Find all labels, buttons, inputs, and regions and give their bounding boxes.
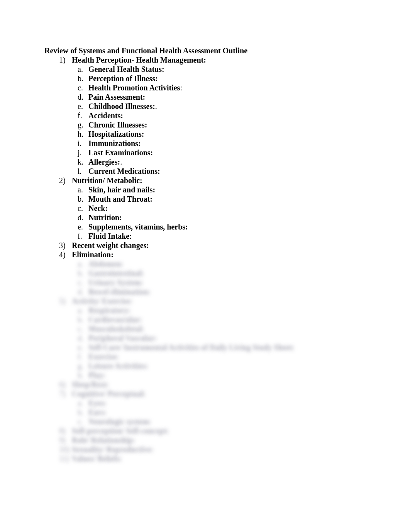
section-recent-weight: Recent weight changes: xyxy=(59,241,366,250)
section-label: Sexuality/ Reproductive: xyxy=(72,445,153,454)
list-item: Immunizations: xyxy=(78,139,366,148)
section-label: Elimination: xyxy=(72,250,114,259)
item-label: Accidents: xyxy=(88,111,123,120)
list-item: Health Promotion Activities: xyxy=(78,83,366,92)
section-label: Activity/ Exercise: xyxy=(72,297,132,305)
section-health-perception: Health Perception- Health Management: Ge… xyxy=(59,55,366,176)
section-label: Health Perception- Health Management: xyxy=(72,56,206,64)
section-label: Sleep/Rest: xyxy=(72,380,109,389)
item-label: Pain Assessment: xyxy=(88,93,145,101)
list-item: Neck: xyxy=(78,204,366,213)
list-item: Mouth and Throat: xyxy=(78,194,366,204)
section-label: Nutrition/ Metabolic: xyxy=(72,176,142,185)
item-label: Eyes: xyxy=(88,399,107,407)
list-item: Cardiovascular: xyxy=(78,315,366,324)
section-cognitive-perceptual: Cognitive/ Perceptual: Eyes: Ears: Neuro… xyxy=(59,389,366,426)
document-page: Review of Systems and Functional Health … xyxy=(0,0,410,532)
item-label: Chronic Illnesses: xyxy=(88,121,147,129)
item-label: Mouth and Throat: xyxy=(88,195,152,203)
item-label: Cardiovascular: xyxy=(88,315,142,324)
dot: . xyxy=(155,102,157,110)
list-item: Nutrition: xyxy=(78,213,366,222)
item-label: Ears: xyxy=(88,408,107,416)
item-label: Leisure Activities: xyxy=(88,362,148,370)
list-item: Musculoskeletal: xyxy=(78,324,366,333)
section-elimination: Elimination: Abdomen: Gastrointestinal: … xyxy=(59,250,366,296)
list-item: Gastrointestinal: xyxy=(78,269,366,278)
list-item: Eyes: xyxy=(78,398,366,408)
list-item: Peripheral Vascular: xyxy=(78,333,366,343)
list-item: Bowel elimination: xyxy=(78,287,366,296)
item-label: Musculoskeletal: xyxy=(88,325,144,333)
item-label: Allergies: xyxy=(88,158,120,166)
item-label: Abdomen: xyxy=(88,260,123,268)
item-label: Play: xyxy=(88,371,105,379)
item-label: Skin, hair and nails: xyxy=(88,185,155,194)
section-nutrition-metabolic: Nutrition/ Metabolic: Skin, hair and nai… xyxy=(59,176,366,241)
list-item: Supplements, vitamins, herbs: xyxy=(78,222,366,231)
section-values-beliefs: Values/ Beliefs: xyxy=(59,454,366,463)
list-item: Current Medications: xyxy=(78,167,366,176)
list-item: Ears: xyxy=(78,408,366,417)
item-label: Bowel elimination: xyxy=(88,287,151,296)
list-item: Pain Assessment: xyxy=(78,92,366,102)
list-item: Respiratory: xyxy=(78,306,366,315)
list-item: Self-Care/ Instrumental Activities of Da… xyxy=(78,343,366,352)
item-label: Immunizations: xyxy=(88,139,141,148)
section-label: Cognitive/ Perceptual: xyxy=(72,389,146,398)
section-label: Self-perception/ Self-concept: xyxy=(72,427,169,435)
list-item: Chronic Illnesses: xyxy=(78,120,366,129)
list-item: Childhood Illnesses:. xyxy=(78,102,366,111)
list-item: Neurologic system: xyxy=(78,417,366,426)
item-label: Urinary System: xyxy=(88,278,143,287)
list-item: General Health Status: xyxy=(78,65,366,74)
subsection-list-obscured: Eyes: Ears: Neurologic system: xyxy=(59,398,366,426)
list-item: Hospitalizations: xyxy=(78,129,366,139)
section-label: Values/ Beliefs: xyxy=(72,454,122,463)
section-self-perception: Self-perception/ Self-concept: xyxy=(59,426,366,435)
item-label: Exercise: xyxy=(88,352,119,361)
item-label: Current Medications: xyxy=(88,167,160,175)
item-label: Hospitalizations: xyxy=(88,130,144,138)
item-label: Neck: xyxy=(88,204,108,212)
list-item: Perception of Illness: xyxy=(78,74,366,83)
subsection-list-obscured: Abdomen: Gastrointestinal: Urinary Syste… xyxy=(59,259,366,296)
section-sexuality-reproductive: Sexuality/ Reproductive: xyxy=(59,445,366,454)
item-label: Health Promotion Activities xyxy=(88,83,180,92)
list-item: Exercise: xyxy=(78,352,366,361)
list-item: Fluid Intake: xyxy=(78,231,366,241)
list-item: Allergies:. xyxy=(78,157,366,167)
item-label: Respiratory: xyxy=(88,306,130,314)
list-item: Accidents: xyxy=(78,111,366,120)
item-label: Nutrition: xyxy=(88,213,122,222)
item-label: Childhood Illnesses: xyxy=(88,102,155,110)
page-title: Review of Systems and Functional Health … xyxy=(44,46,366,55)
dot: . xyxy=(120,158,122,166)
list-item: Leisure Activities: xyxy=(78,361,366,371)
section-sleep-rest: Sleep/Rest: xyxy=(59,380,366,389)
subsection-list-obscured: Respiratory: Cardiovascular: Musculoskel… xyxy=(59,306,366,380)
item-label: Supplements, vitamins, herbs: xyxy=(88,223,188,231)
item-label: General Health Status: xyxy=(88,65,164,73)
outline-list: Health Perception- Health Management: Ge… xyxy=(44,55,366,463)
section-label: Role/ Relationship: xyxy=(72,436,135,444)
section-label: Recent weight changes: xyxy=(72,241,149,250)
list-item: Urinary System: xyxy=(78,278,366,287)
item-label: Self-Care/ Instrumental Activities of Da… xyxy=(88,343,295,352)
section-activity-exercise: Activity/ Exercise: Respiratory: Cardiov… xyxy=(59,296,366,380)
list-item: Abdomen: xyxy=(78,259,366,269)
item-label: Fluid Intake xyxy=(88,232,129,240)
colon: : xyxy=(180,83,182,92)
section-role-relationship: Role/ Relationship: xyxy=(59,435,366,445)
item-label: Peripheral Vascular: xyxy=(88,334,157,342)
subsection-list: Skin, hair and nails: Mouth and Throat: … xyxy=(59,185,366,241)
item-label: Gastrointestinal: xyxy=(88,269,144,277)
colon: : xyxy=(129,232,132,240)
subsection-list: General Health Status: Perception of Ill… xyxy=(59,65,366,176)
list-item: Last Examinations: xyxy=(78,148,366,157)
item-label: Perception of Illness: xyxy=(88,74,158,83)
list-item: Play: xyxy=(78,371,366,380)
item-label: Last Examinations: xyxy=(88,148,153,157)
list-item: Skin, hair and nails: xyxy=(78,185,366,194)
item-label: Neurologic system: xyxy=(88,417,151,426)
